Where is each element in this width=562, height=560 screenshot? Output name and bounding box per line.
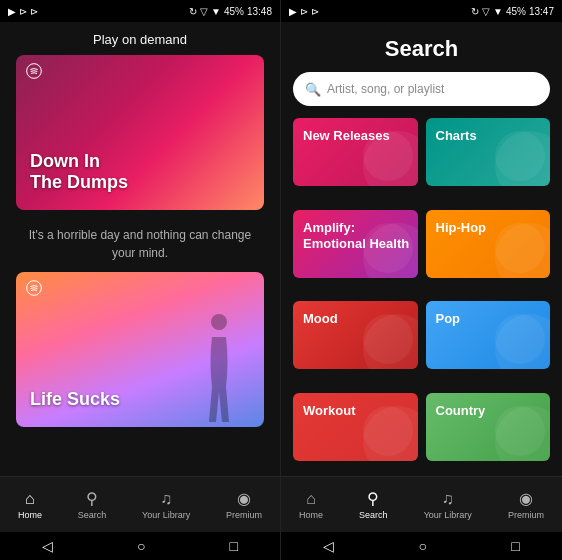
spotify-logo-2 <box>26 280 42 296</box>
nav-library-right[interactable]: ♫ Your Library <box>416 486 480 524</box>
home-button-left[interactable]: ○ <box>137 538 145 554</box>
bottom-nav-left: ⌂ Home ⚲ Search ♫ Your Library ◉ Premium <box>0 476 280 532</box>
categories-grid: New Releases Charts Amplify:Emotional He… <box>293 118 550 476</box>
status-right-right: ↻ ▽ ▼ 45% 13:47 <box>471 6 554 17</box>
category-label-charts: Charts <box>436 128 477 145</box>
battery-percent-right: 45% <box>506 6 526 17</box>
nav-premium-label-right: Premium <box>508 510 544 520</box>
tile-deco2-hiphop <box>495 223 545 273</box>
time-right: 13:47 <box>529 6 554 17</box>
right-phone-screen: ▶ ⊳ ⊳ ↻ ▽ ▼ 45% 13:47 Search 🔍 Artist, s… <box>281 0 562 560</box>
song-title-dumps: Down InThe Dumps <box>30 151 128 194</box>
search-icon-right: ⚲ <box>367 489 379 508</box>
signal-icon-right: ▶ ⊳ ⊳ <box>289 6 319 17</box>
category-charts[interactable]: Charts <box>426 118 551 186</box>
tile-deco2-workout <box>363 406 413 456</box>
category-label-pop: Pop <box>436 311 461 328</box>
category-label-mood: Mood <box>303 311 338 328</box>
person-silhouette <box>194 307 244 427</box>
category-workout[interactable]: Workout <box>293 393 418 461</box>
nav-home-right[interactable]: ⌂ Home <box>291 486 331 524</box>
nav-premium-label-left: Premium <box>226 510 262 520</box>
library-icon-right: ♫ <box>442 490 454 508</box>
album-card-down-in-dumps[interactable]: Down InThe Dumps <box>16 55 264 210</box>
nav-home-left[interactable]: ⌂ Home <box>10 486 50 524</box>
spotify-logo-1 <box>26 63 42 79</box>
category-hiphop[interactable]: Hip-Hop <box>426 210 551 278</box>
album-card-life-sucks[interactable]: Life Sucks <box>16 272 264 427</box>
tile-deco2-country <box>495 406 545 456</box>
nav-search-label-left: Search <box>78 510 107 520</box>
category-country[interactable]: Country <box>426 393 551 461</box>
status-right-left: ↻ ▽ ▼ 45% 13:48 <box>189 6 272 17</box>
nav-search-right[interactable]: ⚲ Search <box>351 485 396 524</box>
category-new-releases[interactable]: New Releases <box>293 118 418 186</box>
category-mood[interactable]: Mood <box>293 301 418 369</box>
system-nav-left: ◁ ○ □ <box>0 532 280 560</box>
nav-premium-right[interactable]: ◉ Premium <box>500 485 552 524</box>
battery-percent-left: 45% <box>224 6 244 17</box>
category-label-amplify: Amplify:Emotional Health <box>303 220 409 254</box>
signal-icon: ▶ ⊳ ⊳ <box>8 6 38 17</box>
search-magnifier-icon: 🔍 <box>305 82 321 97</box>
premium-icon-right: ◉ <box>519 489 533 508</box>
nav-home-label-right: Home <box>299 510 323 520</box>
nav-library-left[interactable]: ♫ Your Library <box>134 486 198 524</box>
play-on-demand-title: Play on demand <box>16 22 264 55</box>
status-bar-right: ▶ ⊳ ⊳ ↻ ▽ ▼ 45% 13:47 <box>281 0 562 22</box>
time-left: 13:48 <box>247 6 272 17</box>
home-icon-right: ⌂ <box>306 490 316 508</box>
left-main-content: Play on demand Down InThe Dumps It's a h… <box>0 22 280 476</box>
premium-icon-left: ◉ <box>237 489 251 508</box>
category-label-workout: Workout <box>303 403 355 420</box>
library-icon-left: ♫ <box>160 490 172 508</box>
category-amplify[interactable]: Amplify:Emotional Health <box>293 210 418 278</box>
nav-home-label-left: Home <box>18 510 42 520</box>
system-nav-right: ◁ ○ □ <box>281 532 562 560</box>
back-button-right[interactable]: ◁ <box>323 538 334 554</box>
battery-icon: ↻ ▽ ▼ <box>189 6 220 17</box>
status-bar-left: ▶ ⊳ ⊳ ↻ ▽ ▼ 45% 13:48 <box>0 0 280 22</box>
nav-library-label-left: Your Library <box>142 510 190 520</box>
tile-deco2-mood <box>363 314 413 364</box>
category-pop[interactable]: Pop <box>426 301 551 369</box>
nav-library-label-right: Your Library <box>424 510 472 520</box>
nav-search-left[interactable]: ⚲ Search <box>70 485 115 524</box>
search-main-content: Search 🔍 Artist, song, or playlist New R… <box>281 22 562 476</box>
back-button-left[interactable]: ◁ <box>42 538 53 554</box>
recents-button-left[interactable]: □ <box>230 538 238 554</box>
left-phone-screen: ▶ ⊳ ⊳ ↻ ▽ ▼ 45% 13:48 Play on demand Dow… <box>0 0 281 560</box>
nav-premium-left[interactable]: ◉ Premium <box>218 485 270 524</box>
bottom-nav-right: ⌂ Home ⚲ Search ♫ Your Library ◉ Premium <box>281 476 562 532</box>
song-description: It's a horrible day and nothing can chan… <box>16 222 264 272</box>
tile-deco2-pop <box>495 314 545 364</box>
status-icons-left: ▶ ⊳ ⊳ <box>8 6 38 17</box>
recents-button-right[interactable]: □ <box>511 538 519 554</box>
nav-search-label-right: Search <box>359 510 388 520</box>
category-label-country: Country <box>436 403 486 420</box>
svg-point-2 <box>211 314 227 330</box>
search-bar[interactable]: 🔍 Artist, song, or playlist <box>293 72 550 106</box>
battery-icon-right: ↻ ▽ ▼ <box>471 6 502 17</box>
status-icons-right: ▶ ⊳ ⊳ <box>289 6 319 17</box>
search-placeholder: Artist, song, or playlist <box>327 82 444 96</box>
search-title: Search <box>293 22 550 72</box>
home-button-right[interactable]: ○ <box>419 538 427 554</box>
category-label-hiphop: Hip-Hop <box>436 220 487 237</box>
category-label-new-releases: New Releases <box>303 128 390 145</box>
home-icon-left: ⌂ <box>25 490 35 508</box>
song-title-life-sucks: Life Sucks <box>30 389 120 411</box>
search-icon-left: ⚲ <box>86 489 98 508</box>
tile-deco2-charts <box>495 131 545 181</box>
